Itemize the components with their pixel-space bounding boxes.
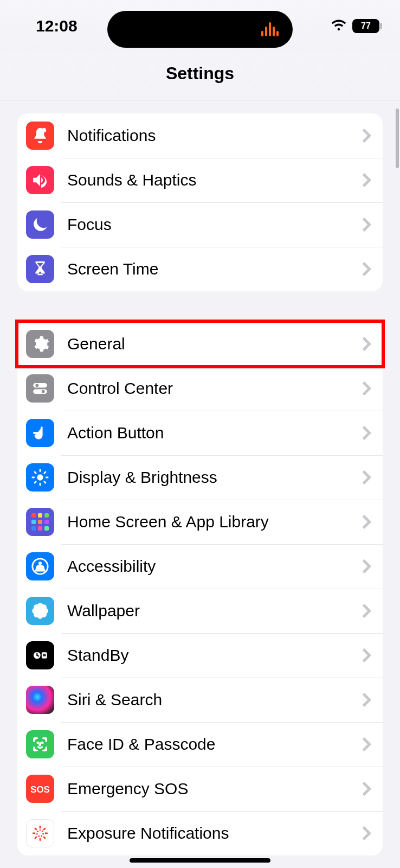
flower-icon — [26, 597, 54, 625]
svg-point-22 — [41, 605, 46, 610]
settings-row-emergency-sos[interactable]: SOSEmergency SOS — [17, 767, 383, 811]
chevron-right-icon — [361, 261, 372, 277]
settings-row-general[interactable]: General — [17, 322, 383, 366]
chevron-right-icon — [361, 781, 372, 796]
settings-row-label: Home Screen & App Library — [67, 513, 361, 531]
settings-row-screen-time[interactable]: Screen Time — [17, 247, 383, 291]
chevron-right-icon — [361, 692, 372, 707]
settings-row-exposure-notifications[interactable]: Exposure Notifications — [17, 811, 383, 856]
svg-point-32 — [37, 830, 43, 836]
settings-row-accessibility[interactable]: Accessibility — [17, 544, 383, 589]
settings-row-home-screen-library[interactable]: Home Screen & App Library — [17, 500, 383, 544]
settings-row-label: Sounds & Haptics — [67, 171, 361, 189]
settings-content: NotificationsSounds & HapticsFocusScreen… — [0, 100, 400, 856]
chevron-right-icon — [361, 826, 372, 841]
svg-line-10 — [35, 472, 36, 473]
settings-row-standby[interactable]: StandBy — [17, 633, 383, 678]
svg-line-38 — [44, 837, 45, 838]
settings-row-label: Exposure Notifications — [67, 824, 361, 843]
chevron-right-icon — [361, 559, 372, 574]
settings-row-label: Control Center — [67, 379, 361, 398]
settings-row-faceid-passcode[interactable]: Face ID & Passcode — [17, 722, 383, 767]
home-indicator[interactable] — [130, 858, 270, 863]
battery-indicator: 77 — [352, 19, 379, 33]
svg-point-29 — [37, 742, 38, 743]
chevron-right-icon — [361, 514, 372, 529]
settings-row-label: Screen Time — [67, 260, 361, 278]
svg-point-5 — [37, 474, 43, 480]
scroll-indicator[interactable] — [396, 108, 399, 168]
svg-line-37 — [35, 828, 36, 829]
settings-row-label: General — [67, 335, 361, 353]
settings-group: GeneralControl CenterAction ButtonDispla… — [17, 322, 383, 856]
action-icon — [26, 419, 54, 447]
svg-line-40 — [44, 828, 45, 829]
svg-point-16 — [38, 609, 42, 612]
chevron-right-icon — [361, 173, 372, 188]
svg-line-39 — [35, 837, 36, 838]
settings-row-siri-search[interactable]: Siri & Search — [17, 678, 383, 722]
person-icon — [26, 552, 54, 580]
chevron-right-icon — [361, 603, 372, 618]
hourglass-icon — [26, 255, 54, 283]
audio-bars-icon — [261, 22, 279, 36]
chevron-right-icon — [361, 381, 372, 396]
battery-percent: 77 — [361, 21, 371, 31]
chevron-right-icon — [361, 470, 372, 485]
settings-row-label: Notifications — [67, 126, 361, 145]
chevron-right-icon — [361, 128, 372, 143]
settings-row-label: Face ID & Passcode — [67, 735, 361, 754]
settings-row-label: Display & Brightness — [67, 468, 361, 487]
speaker-icon — [26, 166, 54, 194]
settings-row-wallpaper[interactable]: Wallpaper — [17, 589, 383, 633]
settings-row-label: StandBy — [67, 646, 361, 665]
switches-icon — [26, 374, 54, 403]
settings-row-label: Action Button — [67, 424, 361, 442]
exposure-icon — [26, 819, 54, 847]
svg-line-12 — [35, 482, 36, 483]
bell-icon — [26, 122, 54, 150]
chevron-right-icon — [361, 425, 372, 441]
svg-point-30 — [42, 742, 43, 743]
wifi-icon — [331, 18, 347, 34]
svg-point-23 — [34, 612, 38, 617]
status-time: 12:08 — [36, 17, 78, 35]
settings-row-label: Accessibility — [67, 557, 361, 576]
svg-point-15 — [38, 561, 42, 565]
siri-icon — [26, 686, 54, 714]
svg-point-3 — [36, 384, 39, 387]
settings-row-sounds-haptics[interactable]: Sounds & Haptics — [17, 158, 383, 202]
moon-icon — [26, 210, 54, 239]
svg-rect-2 — [33, 389, 47, 394]
grid-icon — [26, 508, 54, 536]
svg-rect-1 — [33, 383, 47, 388]
status-bar: 12:08 77 — [0, 0, 400, 52]
chevron-right-icon — [361, 336, 372, 352]
svg-point-21 — [34, 605, 38, 610]
settings-row-focus[interactable]: Focus — [17, 202, 383, 247]
sos-icon: SOS — [26, 775, 54, 803]
svg-point-4 — [42, 390, 45, 393]
settings-row-label: Wallpaper — [67, 602, 361, 620]
settings-row-label: Siri & Search — [67, 691, 361, 709]
settings-row-control-center[interactable]: Control Center — [17, 366, 383, 411]
settings-row-display-brightness[interactable]: Display & Brightness — [17, 455, 383, 500]
gear-icon — [26, 330, 54, 358]
dynamic-island[interactable] — [107, 11, 293, 48]
chevron-right-icon — [361, 217, 372, 232]
svg-point-0 — [42, 128, 47, 133]
faceid-icon — [26, 730, 54, 758]
svg-point-24 — [41, 612, 46, 617]
sun-icon — [26, 463, 54, 492]
settings-row-notifications[interactable]: Notifications — [17, 113, 383, 158]
chevron-right-icon — [361, 737, 372, 752]
svg-line-13 — [44, 472, 46, 473]
settings-row-label: Emergency SOS — [67, 780, 361, 798]
svg-line-11 — [44, 482, 46, 483]
settings-row-label: Focus — [67, 215, 361, 234]
settings-group: NotificationsSounds & HapticsFocusScreen… — [17, 113, 383, 291]
settings-row-action-button[interactable]: Action Button — [17, 411, 383, 455]
svg-text:SOS: SOS — [31, 784, 49, 795]
chevron-right-icon — [361, 648, 372, 663]
page-title: Settings — [0, 52, 400, 100]
